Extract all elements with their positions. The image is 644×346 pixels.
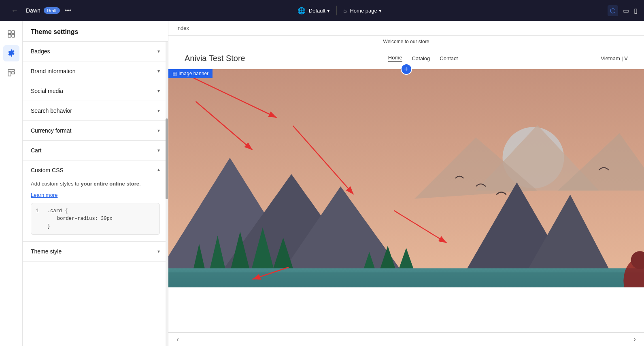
custom-css-chevron-icon: ▾: [157, 167, 160, 173]
theme-style-section[interactable]: Theme style ▾: [23, 242, 168, 262]
settings-nav-button[interactable]: [3, 45, 19, 61]
icon-nav: [0, 21, 23, 346]
store-nav-links: Home Catalog Contact: [388, 55, 458, 62]
code-content-2: border-radius: 30px: [47, 215, 113, 223]
nav-link-catalog[interactable]: Catalog: [412, 55, 430, 61]
currency-format-chevron-icon: ▾: [157, 128, 160, 133]
sidebar-title: Theme settings: [23, 21, 168, 42]
preview-area: index Welcome to our store Anivia Test S…: [168, 21, 644, 346]
svg-rect-0: [8, 31, 11, 34]
brand-information-section[interactable]: Brand information ▾: [23, 61, 168, 81]
line-number-2: [36, 215, 43, 223]
back-button[interactable]: ←: [6, 2, 23, 19]
svg-rect-4: [8, 70, 15, 71]
nav-next-button[interactable]: ›: [633, 335, 636, 344]
default-dropdown[interactable]: Default ▾: [309, 8, 330, 14]
blocks-nav-button[interactable]: [3, 65, 19, 81]
cart-section[interactable]: Cart ▾: [23, 141, 168, 160]
homepage-label: Home page: [350, 8, 377, 14]
add-section-button[interactable]: +: [401, 63, 412, 75]
code-line-3: }: [36, 223, 155, 230]
currency-format-label: Currency format: [31, 127, 71, 134]
cart-chevron-icon: ▾: [157, 148, 160, 153]
custom-css-section: Custom CSS ▾ Add custom styles to your e…: [23, 160, 168, 242]
theme-style-chevron-icon: ▾: [157, 249, 160, 254]
image-banner-container: ▦ Image banner +: [168, 69, 644, 287]
topbar-right: ⬡ ▭ ▯: [608, 5, 638, 16]
desktop-view-button[interactable]: ▭: [623, 7, 629, 15]
image-banner-label[interactable]: ▦ Image banner: [168, 69, 213, 78]
custom-css-body: Add custom styles to your entire online …: [23, 180, 168, 241]
chevron-down-icon: ▾: [327, 8, 330, 14]
badges-label: Badges: [31, 48, 50, 55]
globe-icon: 🌐: [298, 7, 306, 15]
breadcrumb: index: [168, 21, 644, 36]
line-number-1: 1: [36, 207, 43, 215]
sidebar-scroll[interactable]: Badges ▾ Brand information ▾ Social medi…: [23, 42, 168, 346]
home-icon: ⌂: [343, 7, 346, 14]
social-media-section[interactable]: Social media ▾: [23, 81, 168, 101]
custom-css-description: Add custom styles to your entire online …: [31, 180, 160, 188]
store-preview: Welcome to our store Anivia Test Store H…: [168, 36, 644, 346]
brand-information-chevron-icon: ▾: [157, 68, 160, 74]
default-label: Default: [309, 8, 325, 14]
svg-rect-2: [8, 34, 11, 37]
css-code-editor[interactable]: 1 .card { border-radius: 30px }: [31, 203, 160, 235]
draft-badge: Draft: [44, 7, 60, 14]
homepage-dropdown[interactable]: Home page ▾: [350, 8, 381, 14]
topbar: ← Dawn Draft ••• 🌐 Default ▾ ⌂ Home page…: [0, 0, 644, 21]
badges-section[interactable]: Badges ▾: [23, 42, 168, 61]
line-number-3: [36, 223, 43, 230]
chevron-down-icon2: ▾: [379, 8, 382, 14]
more-options-button[interactable]: •••: [65, 7, 72, 14]
main-layout: Theme settings Badges ▾ Brand informatio…: [0, 21, 644, 346]
search-behavior-chevron-icon: ▾: [157, 108, 160, 114]
svg-rect-5: [8, 72, 11, 76]
social-media-label: Social media: [31, 88, 63, 94]
code-line-2: border-radius: 30px: [36, 215, 155, 223]
topbar-center: 🌐 Default ▾ ⌂ Home page ▾: [76, 6, 603, 15]
store-logo: Anivia Test Store: [185, 54, 245, 63]
svg-rect-1: [12, 31, 15, 34]
currency-format-section[interactable]: Currency format ▾: [23, 121, 168, 141]
custom-css-header[interactable]: Custom CSS ▾: [23, 160, 168, 180]
learn-more-link[interactable]: Learn more: [31, 192, 57, 198]
topbar-left: ← Dawn Draft •••: [6, 2, 71, 19]
theme-style-label: Theme style: [31, 248, 62, 255]
search-behavior-section[interactable]: Search behavior ▾: [23, 101, 168, 121]
layout-nav-button[interactable]: [3, 26, 19, 42]
badges-chevron-icon: ▾: [157, 49, 160, 54]
code-content-3: }: [47, 223, 50, 230]
social-media-chevron-icon: ▾: [157, 88, 160, 94]
code-line-1: 1 .card {: [36, 207, 155, 215]
nav-prev-button[interactable]: ‹: [176, 335, 179, 344]
sidebar: Theme settings Badges ▾ Brand informatio…: [23, 21, 168, 346]
store-region: Vietnam | V: [601, 55, 628, 61]
mobile-view-button[interactable]: ▯: [634, 7, 638, 15]
code-content-1: .card {: [47, 207, 68, 215]
store-title: Dawn: [26, 7, 40, 14]
cursor-tool-button[interactable]: ⬡: [608, 5, 618, 16]
svg-rect-3: [12, 34, 15, 37]
store-announcement-bar: Welcome to our store: [168, 36, 644, 48]
search-behavior-label: Search behavior: [31, 108, 72, 114]
custom-css-label: Custom CSS: [31, 167, 64, 173]
cart-label: Cart: [31, 147, 41, 154]
scroll-indicator: [166, 42, 168, 346]
preview-bottom-nav: ‹ ›: [168, 332, 644, 346]
image-banner-icon: ▦: [172, 71, 177, 76]
landscape-banner: [168, 69, 644, 287]
svg-rect-26: [168, 272, 644, 287]
nav-link-home[interactable]: Home: [388, 55, 402, 62]
svg-rect-6: [12, 72, 15, 74]
topbar-divider: [336, 6, 337, 15]
brand-information-label: Brand information: [31, 68, 76, 74]
scroll-thumb[interactable]: [166, 118, 168, 199]
image-banner-text: Image banner: [179, 71, 208, 76]
nav-link-contact[interactable]: Contact: [440, 55, 458, 61]
